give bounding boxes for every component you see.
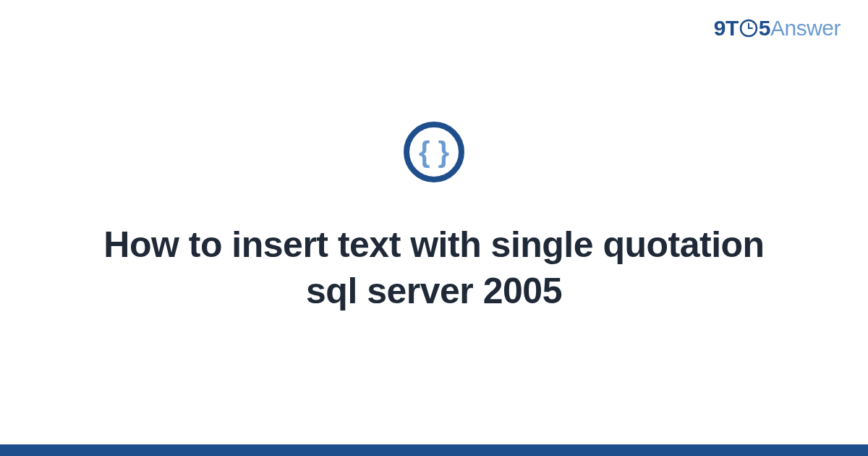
footer-accent-bar (0, 444, 868, 456)
page-title: How to insert text with single quotation… (101, 221, 767, 314)
svg-text:{ }: { } (419, 136, 449, 168)
code-braces-icon: { } (402, 120, 466, 184)
main-content: { } How to insert text with single quota… (0, 0, 868, 456)
